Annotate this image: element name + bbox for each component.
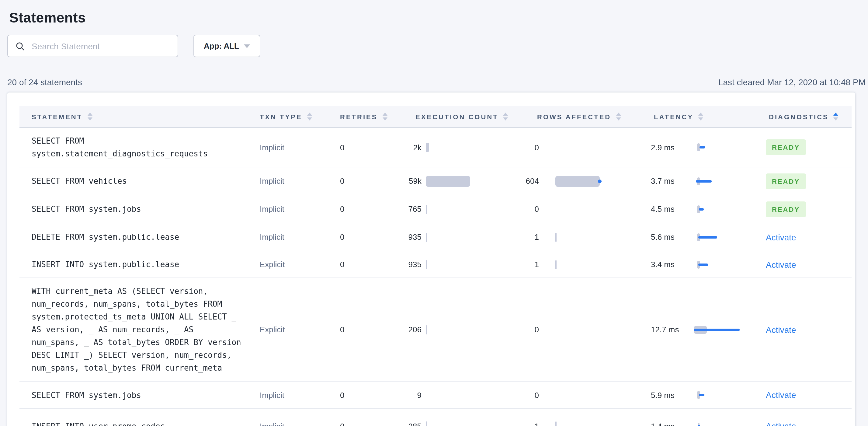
table-header-row: STATEMENT TXN TYPE RETRIES EXECUTION COU…: [20, 106, 851, 128]
statement-cell: SELECT FROM system.jobs: [20, 195, 255, 223]
rows-affected-cell: 604: [477, 168, 605, 195]
execution-count-cell: 765: [377, 195, 477, 223]
execution-count-bar: [426, 325, 427, 334]
latency-barzone: [697, 324, 758, 335]
rows-affected-barzone: [555, 390, 603, 400]
latency-value: 4.5 ms: [651, 205, 675, 214]
rows-affected-cell: 0: [477, 278, 605, 381]
latency-bar: [698, 236, 717, 238]
latency-barzone: [697, 390, 758, 400]
activate-diagnostics-link[interactable]: Activate: [766, 421, 796, 426]
retries-cell: 0: [322, 409, 377, 426]
diagnostics-ready-badge[interactable]: READY: [766, 140, 806, 155]
rows-affected-cell: 0: [477, 382, 605, 408]
column-header-txn-type[interactable]: TXN TYPE: [255, 113, 322, 121]
last-cleared-text: Last cleared Mar 12, 2020 at 10:48 PM: [718, 77, 866, 87]
column-header-retries[interactable]: RETRIES: [322, 113, 377, 121]
diagnostics-ready-badge[interactable]: READY: [766, 173, 806, 189]
rows-affected-value: 0: [477, 143, 539, 152]
sort-arrows-icon: [307, 113, 312, 121]
activate-diagnostics-link[interactable]: Activate: [766, 325, 796, 334]
rows-affected-cell: 1: [477, 223, 605, 251]
rows-affected-bar: [555, 233, 557, 242]
statement-link[interactable]: WITH current_meta AS (SELECT version, nu…: [32, 285, 243, 374]
statements-count: 20 of 24 statements: [7, 77, 82, 87]
latency-cell: 5.6 ms: [605, 223, 721, 251]
statement-cell: DELETE FROM system.public.lease: [20, 223, 255, 251]
txn-type-cell: Implicit: [255, 168, 322, 195]
rows-affected-mean-dot: [598, 179, 601, 183]
execution-count-barzone: [426, 176, 473, 186]
statement-cell: SELECT FROM system.jobs: [20, 382, 255, 408]
retries-cell: 0: [322, 382, 377, 408]
column-header-execution-count[interactable]: EXECUTION COUNT: [377, 113, 477, 121]
statement-link[interactable]: INSERT INTO user_promo_codes: [32, 420, 243, 426]
execution-count-bar: [426, 143, 429, 152]
latency-barzone: [697, 204, 758, 215]
txn-type-cell: Implicit: [255, 195, 322, 223]
retries-cell: 0: [322, 223, 377, 251]
column-header-rows-affected[interactable]: ROWS AFFECTED: [477, 113, 605, 121]
rows-affected-value: 1: [477, 260, 539, 269]
rows-affected-cell: 1: [477, 409, 605, 426]
search-box: [7, 35, 178, 57]
execution-count-bar: [426, 260, 427, 269]
rows-affected-cell: 0: [477, 195, 605, 223]
diagnostics-ready-badge[interactable]: READY: [766, 201, 806, 217]
rows-affected-bar: [555, 421, 557, 426]
table-row: SELECT FROM vehicles Implicit 0 59k 604 …: [20, 168, 851, 195]
latency-value: 3.4 ms: [651, 260, 675, 269]
execution-count-value: 935: [377, 260, 422, 269]
statement-link[interactable]: INSERT INTO system.public.lease: [32, 258, 243, 271]
txn-type-cell: Implicit: [255, 128, 322, 167]
column-header-latency[interactable]: LATENCY: [605, 113, 721, 121]
latency-bar: [699, 208, 704, 210]
execution-count-value: 285: [377, 421, 422, 426]
txn-type-cell: Implicit: [255, 382, 322, 408]
table-row: DELETE FROM system.public.lease Implicit…: [20, 223, 851, 251]
retries-cell: 0: [322, 278, 377, 381]
statement-link[interactable]: SELECT FROM system.jobs: [32, 203, 243, 215]
table-row: INSERT INTO system.public.lease Explicit…: [20, 251, 851, 278]
column-header-statement[interactable]: STATEMENT: [20, 113, 255, 121]
activate-diagnostics-link[interactable]: Activate: [766, 260, 796, 269]
execution-count-cell: 935: [377, 223, 477, 251]
rows-affected-cell: 0: [477, 128, 605, 167]
latency-cell: 2.9 ms: [605, 128, 721, 167]
sort-arrows-icon: [698, 113, 703, 121]
rows-affected-barzone: [555, 324, 603, 335]
txn-type-cell: Explicit: [255, 278, 322, 381]
retries-cell: 0: [322, 168, 377, 195]
table-body: SELECT FROM system.statement_diagnostics…: [20, 128, 851, 426]
txn-type-cell: Explicit: [255, 251, 322, 277]
latency-value: 2.9 ms: [651, 143, 675, 152]
statements-table-card: STATEMENT TXN TYPE RETRIES EXECUTION COU…: [7, 92, 855, 426]
app-filter-dropdown[interactable]: App: ALL: [193, 35, 260, 57]
statement-cell: INSERT INTO user_promo_codes: [20, 409, 255, 426]
table-row: INSERT INTO user_promo_codes Implicit 0 …: [20, 409, 851, 426]
stats-line: 20 of 24 statements Last cleared Mar 12,…: [0, 77, 866, 88]
latency-barzone: [697, 421, 758, 426]
statement-link[interactable]: SELECT FROM system.statement_diagnostics…: [32, 134, 243, 160]
execution-count-value: 9: [377, 390, 422, 399]
latency-barzone: [697, 176, 758, 186]
statement-link[interactable]: SELECT FROM vehicles: [32, 175, 243, 187]
retries-cell: 0: [322, 128, 377, 167]
latency-barzone: [697, 259, 758, 270]
column-header-diagnostics[interactable]: DIAGNOSTICS: [721, 113, 851, 121]
statement-cell: INSERT INTO system.public.lease: [20, 251, 255, 277]
execution-count-cell: 285: [377, 409, 477, 426]
latency-cell: 3.7 ms: [605, 168, 721, 195]
search-input[interactable]: [30, 40, 173, 52]
rows-affected-barzone: [555, 204, 603, 215]
rows-affected-barzone: [555, 259, 603, 270]
activate-diagnostics-link[interactable]: Activate: [766, 390, 796, 400]
activate-diagnostics-link[interactable]: Activate: [766, 232, 796, 242]
execution-count-value: 2k: [377, 143, 422, 152]
txn-type-cell: Implicit: [255, 409, 322, 426]
latency-bar: [698, 263, 708, 266]
execution-count-bar: [426, 233, 427, 242]
execution-count-cell: 206: [377, 278, 477, 381]
statement-link[interactable]: DELETE FROM system.public.lease: [32, 231, 243, 243]
statement-link[interactable]: SELECT FROM system.jobs: [32, 389, 243, 401]
